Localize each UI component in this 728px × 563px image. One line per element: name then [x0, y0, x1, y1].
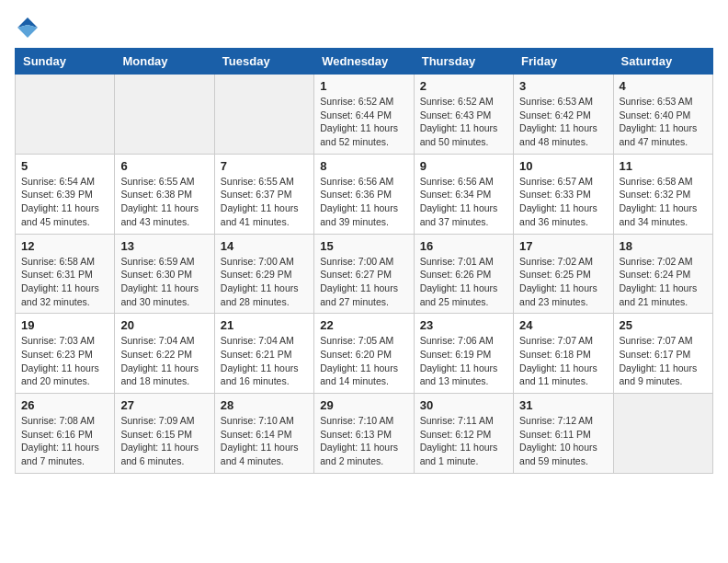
calendar-cell: 15Sunrise: 7:00 AM Sunset: 6:27 PM Dayli… [314, 234, 414, 314]
day-number: 8 [320, 159, 407, 173]
day-number: 17 [519, 239, 607, 253]
day-number: 19 [21, 318, 108, 332]
header-thursday: Thursday [414, 49, 513, 75]
header-sunday: Sunday [16, 49, 115, 75]
calendar-cell [214, 75, 313, 155]
day-number: 3 [519, 79, 607, 93]
calendar-header-row: SundayMondayTuesdayWednesdayThursdayFrid… [16, 49, 713, 75]
calendar-week-row: 5Sunrise: 6:54 AM Sunset: 6:39 PM Daylig… [16, 154, 713, 234]
calendar-cell: 22Sunrise: 7:05 AM Sunset: 6:20 PM Dayli… [314, 314, 414, 394]
day-info: Sunrise: 7:04 AM Sunset: 6:21 PM Dayligh… [221, 334, 308, 388]
day-number: 10 [519, 159, 607, 173]
calendar-cell: 7Sunrise: 6:55 AM Sunset: 6:37 PM Daylig… [214, 154, 313, 234]
day-info: Sunrise: 6:56 AM Sunset: 6:34 PM Dayligh… [420, 175, 507, 229]
day-info: Sunrise: 6:53 AM Sunset: 6:42 PM Dayligh… [519, 95, 607, 149]
calendar-cell: 26Sunrise: 7:08 AM Sunset: 6:16 PM Dayli… [16, 394, 115, 474]
header-saturday: Saturday [613, 49, 712, 75]
day-info: Sunrise: 6:55 AM Sunset: 6:38 PM Dayligh… [120, 175, 208, 229]
day-number: 28 [221, 398, 308, 412]
calendar-cell: 10Sunrise: 6:57 AM Sunset: 6:33 PM Dayli… [514, 154, 613, 234]
page-header [15, 15, 713, 40]
day-number: 16 [420, 239, 507, 253]
calendar-cell: 20Sunrise: 7:04 AM Sunset: 6:22 PM Dayli… [115, 314, 214, 394]
calendar-week-row: 19Sunrise: 7:03 AM Sunset: 6:23 PM Dayli… [16, 314, 713, 394]
header-monday: Monday [115, 49, 214, 75]
day-number: 13 [120, 239, 208, 253]
calendar-cell: 9Sunrise: 6:56 AM Sunset: 6:34 PM Daylig… [414, 154, 513, 234]
day-number: 1 [320, 79, 407, 93]
calendar-cell: 14Sunrise: 7:00 AM Sunset: 6:29 PM Dayli… [214, 234, 313, 314]
logo [15, 15, 44, 40]
day-info: Sunrise: 6:55 AM Sunset: 6:37 PM Dayligh… [221, 175, 308, 229]
day-info: Sunrise: 7:00 AM Sunset: 6:29 PM Dayligh… [221, 255, 308, 309]
calendar-cell: 30Sunrise: 7:11 AM Sunset: 6:12 PM Dayli… [414, 394, 513, 474]
day-number: 21 [221, 318, 308, 332]
calendar-cell: 19Sunrise: 7:03 AM Sunset: 6:23 PM Dayli… [16, 314, 115, 394]
day-number: 24 [519, 318, 607, 332]
day-info: Sunrise: 7:01 AM Sunset: 6:26 PM Dayligh… [420, 255, 507, 309]
day-info: Sunrise: 7:11 AM Sunset: 6:12 PM Dayligh… [420, 414, 507, 468]
day-number: 6 [120, 159, 208, 173]
day-info: Sunrise: 7:08 AM Sunset: 6:16 PM Dayligh… [21, 414, 108, 468]
day-number: 23 [420, 318, 507, 332]
day-number: 31 [519, 398, 607, 412]
day-info: Sunrise: 6:56 AM Sunset: 6:36 PM Dayligh… [320, 175, 407, 229]
calendar-cell: 5Sunrise: 6:54 AM Sunset: 6:39 PM Daylig… [16, 154, 115, 234]
day-number: 25 [620, 318, 707, 332]
day-info: Sunrise: 7:06 AM Sunset: 6:19 PM Dayligh… [420, 334, 507, 388]
header-tuesday: Tuesday [214, 49, 313, 75]
day-info: Sunrise: 6:54 AM Sunset: 6:39 PM Dayligh… [21, 175, 108, 229]
day-info: Sunrise: 6:58 AM Sunset: 6:31 PM Dayligh… [21, 255, 108, 309]
day-number: 5 [21, 159, 108, 173]
calendar-cell: 1Sunrise: 6:52 AM Sunset: 6:44 PM Daylig… [314, 75, 414, 155]
calendar-cell [613, 394, 712, 474]
calendar-cell: 28Sunrise: 7:10 AM Sunset: 6:14 PM Dayli… [214, 394, 313, 474]
header-wednesday: Wednesday [314, 49, 414, 75]
day-info: Sunrise: 7:00 AM Sunset: 6:27 PM Dayligh… [320, 255, 407, 309]
day-number: 12 [21, 239, 108, 253]
day-info: Sunrise: 7:04 AM Sunset: 6:22 PM Dayligh… [120, 334, 208, 388]
day-info: Sunrise: 7:05 AM Sunset: 6:20 PM Dayligh… [320, 334, 407, 388]
calendar-cell: 4Sunrise: 6:53 AM Sunset: 6:40 PM Daylig… [613, 75, 712, 155]
day-info: Sunrise: 7:02 AM Sunset: 6:25 PM Dayligh… [519, 255, 607, 309]
day-number: 30 [420, 398, 507, 412]
day-number: 26 [21, 398, 108, 412]
calendar-cell: 12Sunrise: 6:58 AM Sunset: 6:31 PM Dayli… [16, 234, 115, 314]
day-info: Sunrise: 7:03 AM Sunset: 6:23 PM Dayligh… [21, 334, 108, 388]
day-info: Sunrise: 6:52 AM Sunset: 6:43 PM Dayligh… [420, 95, 507, 149]
day-info: Sunrise: 7:02 AM Sunset: 6:24 PM Dayligh… [620, 255, 707, 309]
day-info: Sunrise: 7:09 AM Sunset: 6:15 PM Dayligh… [120, 414, 208, 468]
calendar-cell [115, 75, 214, 155]
header-friday: Friday [514, 49, 613, 75]
calendar-cell: 2Sunrise: 6:52 AM Sunset: 6:43 PM Daylig… [414, 75, 513, 155]
day-number: 7 [221, 159, 308, 173]
calendar-cell: 13Sunrise: 6:59 AM Sunset: 6:30 PM Dayli… [115, 234, 214, 314]
calendar-cell: 21Sunrise: 7:04 AM Sunset: 6:21 PM Dayli… [214, 314, 313, 394]
day-number: 2 [420, 79, 507, 93]
calendar-cell: 25Sunrise: 7:07 AM Sunset: 6:17 PM Dayli… [613, 314, 712, 394]
calendar-cell: 17Sunrise: 7:02 AM Sunset: 6:25 PM Dayli… [514, 234, 613, 314]
day-info: Sunrise: 7:07 AM Sunset: 6:18 PM Dayligh… [519, 334, 607, 388]
calendar-cell: 3Sunrise: 6:53 AM Sunset: 6:42 PM Daylig… [514, 75, 613, 155]
calendar-table: SundayMondayTuesdayWednesdayThursdayFrid… [15, 48, 713, 474]
calendar-cell: 18Sunrise: 7:02 AM Sunset: 6:24 PM Dayli… [613, 234, 712, 314]
day-number: 27 [120, 398, 208, 412]
day-number: 9 [420, 159, 507, 173]
calendar-cell: 24Sunrise: 7:07 AM Sunset: 6:18 PM Dayli… [514, 314, 613, 394]
day-info: Sunrise: 6:52 AM Sunset: 6:44 PM Dayligh… [320, 95, 407, 149]
calendar-cell: 27Sunrise: 7:09 AM Sunset: 6:15 PM Dayli… [115, 394, 214, 474]
day-info: Sunrise: 6:57 AM Sunset: 6:33 PM Dayligh… [519, 175, 607, 229]
day-info: Sunrise: 7:10 AM Sunset: 6:14 PM Dayligh… [221, 414, 308, 468]
calendar-cell [16, 75, 115, 155]
day-info: Sunrise: 7:10 AM Sunset: 6:13 PM Dayligh… [320, 414, 407, 468]
calendar-week-row: 1Sunrise: 6:52 AM Sunset: 6:44 PM Daylig… [16, 75, 713, 155]
day-number: 15 [320, 239, 407, 253]
day-number: 4 [620, 79, 707, 93]
day-info: Sunrise: 7:12 AM Sunset: 6:11 PM Dayligh… [519, 414, 607, 468]
day-number: 11 [620, 159, 707, 173]
day-info: Sunrise: 6:59 AM Sunset: 6:30 PM Dayligh… [120, 255, 208, 309]
calendar-week-row: 12Sunrise: 6:58 AM Sunset: 6:31 PM Dayli… [16, 234, 713, 314]
calendar-cell: 8Sunrise: 6:56 AM Sunset: 6:36 PM Daylig… [314, 154, 414, 234]
calendar-cell: 23Sunrise: 7:06 AM Sunset: 6:19 PM Dayli… [414, 314, 513, 394]
day-number: 20 [120, 318, 208, 332]
